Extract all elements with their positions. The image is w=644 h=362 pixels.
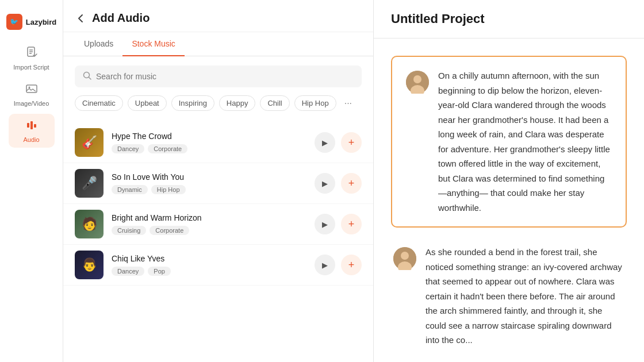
tag: Dancey — [112, 144, 144, 153]
svg-rect-8 — [34, 124, 36, 128]
track-thumbnail: 🧑 — [75, 210, 103, 238]
tag: Corporate — [148, 144, 187, 153]
main-content: Untitled Project On a chilly autumn afte… — [374, 0, 644, 362]
track-info: So In Love With You Dynamic Hip Hop — [112, 172, 306, 194]
svg-line-10 — [89, 78, 91, 80]
tab-stock-music[interactable]: Stock Music — [122, 32, 184, 56]
track-info: Hype The Crowd Dancey Corporate — [112, 132, 306, 153]
filter-chill[interactable]: Chill — [260, 95, 289, 111]
filter-hip-hop[interactable]: Hip Hop — [294, 95, 336, 111]
add-button[interactable]: + — [341, 255, 362, 275]
filter-inspiring[interactable]: Inspiring — [171, 95, 214, 111]
filter-chips: Cinematic Upbeat Inspiring Happy Chill H… — [63, 93, 373, 118]
play-button[interactable]: ▶ — [315, 255, 335, 275]
image-video-icon — [25, 82, 38, 98]
sidebar-item-image-video-label: Image/Video — [14, 100, 49, 107]
import-script-icon — [25, 46, 38, 61]
music-list: 🎸 Hype The Crowd Dancey Corporate ▶ + 🎤 … — [63, 118, 373, 362]
search-icon — [83, 71, 91, 82]
track-name: So In Love With You — [112, 172, 306, 182]
main-header: Untitled Project — [374, 0, 644, 38]
play-button[interactable]: ▶ — [315, 173, 335, 194]
add-button[interactable]: + — [341, 132, 362, 153]
logo-icon: 🐦 — [6, 14, 22, 30]
tag: Cruising — [112, 226, 146, 235]
add-button[interactable]: + — [341, 173, 362, 194]
track-actions: ▶ + — [315, 173, 362, 194]
track-name: Bright and Warm Horizon — [112, 213, 306, 222]
filter-more[interactable]: ··· — [341, 97, 355, 110]
tag: Dynamic — [112, 185, 148, 194]
track-info: Chiq Like Yves Dancey Pop — [112, 254, 306, 276]
filter-cinematic[interactable]: Cinematic — [75, 95, 123, 111]
sidebar-item-import-script[interactable]: Import Script — [9, 41, 55, 75]
list-item[interactable]: 👨 Chiq Like Yves Dancey Pop ▶ + — [63, 245, 373, 286]
tag: Pop — [148, 267, 171, 276]
track-thumbnail: 👨 — [75, 251, 103, 279]
panel-header: Add Audio — [63, 0, 373, 32]
track-tags: Cruising Corporate — [112, 226, 306, 235]
content-area: On a chilly autumn afternoon, with the s… — [374, 38, 644, 362]
track-actions: ▶ + — [315, 214, 362, 234]
track-thumbnail: 🎸 — [75, 128, 103, 157]
story-block-1: On a chilly autumn afternoon, with the s… — [391, 56, 627, 228]
track-tags: Dancey Pop — [112, 267, 306, 276]
avatar — [406, 71, 429, 94]
search-input[interactable] — [96, 72, 354, 81]
list-item[interactable]: 🧑 Bright and Warm Horizon Cruising Corpo… — [63, 204, 373, 245]
audio-panel: Add Audio Uploads Stock Music Cinematic … — [63, 0, 374, 362]
track-actions: ▶ + — [315, 132, 362, 153]
story-block-2: As she rounded a bend in the forest trai… — [391, 245, 627, 348]
story-text-2: As she rounded a bend in the forest trai… — [425, 245, 624, 348]
play-button[interactable]: ▶ — [315, 132, 335, 153]
track-tags: Dancey Corporate — [112, 144, 306, 153]
list-item[interactable]: 🎸 Hype The Crowd Dancey Corporate ▶ + — [63, 122, 373, 163]
track-info: Bright and Warm Horizon Cruising Corpora… — [112, 213, 306, 235]
sidebar: 🐦 Lazybird Import Script Image/Video — [0, 0, 63, 362]
add-button[interactable]: + — [341, 214, 362, 234]
sidebar-item-audio[interactable]: Audio — [9, 114, 55, 148]
project-title: Untitled Project — [391, 11, 627, 26]
filter-happy[interactable]: Happy — [219, 95, 256, 111]
svg-rect-6 — [27, 123, 29, 128]
track-thumbnail: 🎤 — [75, 169, 103, 198]
search-box — [75, 66, 362, 87]
tab-bar: Uploads Stock Music — [63, 32, 373, 56]
logo-text: Lazybird — [26, 18, 56, 26]
track-tags: Dynamic Hip Hop — [112, 185, 306, 194]
logo: 🐦 Lazybird — [0, 9, 63, 34]
svg-point-5 — [28, 87, 30, 88]
track-name: Hype The Crowd — [112, 132, 306, 141]
story-text-1: On a chilly autumn afternoon, with the s… — [438, 68, 612, 215]
play-button[interactable]: ▶ — [315, 214, 335, 234]
list-item[interactable]: 🎤 So In Love With You Dynamic Hip Hop ▶ … — [63, 163, 373, 204]
back-button[interactable] — [75, 13, 86, 24]
search-area — [63, 56, 373, 93]
sidebar-item-audio-label: Audio — [23, 136, 39, 143]
tab-uploads[interactable]: Uploads — [75, 32, 122, 56]
tag: Dancey — [112, 267, 144, 276]
panel-title: Add Audio — [92, 11, 150, 25]
tag: Corporate — [150, 226, 189, 235]
track-actions: ▶ + — [315, 255, 362, 275]
svg-rect-7 — [30, 121, 33, 129]
svg-point-12 — [413, 75, 421, 83]
tag: Hip Hop — [151, 185, 186, 194]
avatar — [393, 247, 416, 270]
filter-upbeat[interactable]: Upbeat — [128, 95, 167, 111]
sidebar-item-import-script-label: Import Script — [13, 64, 49, 71]
svg-point-15 — [401, 252, 409, 260]
audio-icon — [25, 118, 38, 134]
track-name: Chiq Like Yves — [112, 254, 306, 263]
sidebar-item-image-video[interactable]: Image/Video — [9, 78, 55, 111]
